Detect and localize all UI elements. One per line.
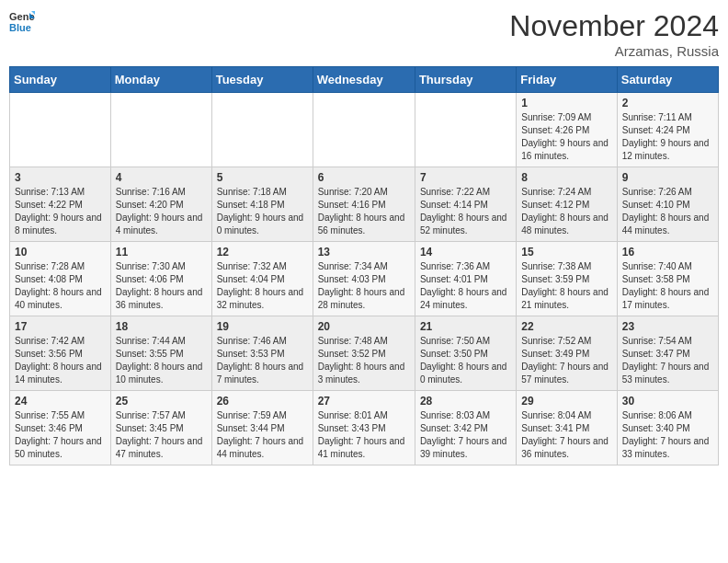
day-number: 26 bbox=[217, 395, 308, 408]
day-info: Sunrise: 7:32 AM Sunset: 4:04 PM Dayligh… bbox=[217, 260, 308, 312]
logo-icon: General Blue bbox=[9, 9, 35, 35]
day-number: 13 bbox=[318, 246, 410, 259]
location: Arzamas, Russia bbox=[509, 43, 719, 59]
day-number: 8 bbox=[521, 171, 611, 184]
day-cell: 21Sunrise: 7:50 AM Sunset: 3:50 PM Dayli… bbox=[415, 316, 516, 391]
day-info: Sunrise: 7:09 AM Sunset: 4:26 PM Dayligh… bbox=[521, 111, 611, 163]
day-info: Sunrise: 7:20 AM Sunset: 4:16 PM Dayligh… bbox=[318, 186, 410, 237]
day-header-tuesday: Tuesday bbox=[211, 67, 313, 93]
week-row-2: 3Sunrise: 7:13 AM Sunset: 4:22 PM Daylig… bbox=[10, 167, 719, 242]
day-info: Sunrise: 7:54 AM Sunset: 3:47 PM Dayligh… bbox=[622, 335, 713, 386]
title-block: November 2024 Arzamas, Russia bbox=[509, 9, 719, 59]
day-cell: 4Sunrise: 7:16 AM Sunset: 4:20 PM Daylig… bbox=[110, 167, 211, 242]
day-number: 11 bbox=[116, 246, 207, 259]
day-info: Sunrise: 8:01 AM Sunset: 3:43 PM Dayligh… bbox=[318, 409, 410, 461]
day-cell: 23Sunrise: 7:54 AM Sunset: 3:47 PM Dayli… bbox=[617, 316, 718, 391]
day-cell: 29Sunrise: 8:04 AM Sunset: 3:41 PM Dayli… bbox=[517, 391, 617, 465]
day-number: 24 bbox=[15, 395, 106, 408]
day-info: Sunrise: 7:34 AM Sunset: 4:03 PM Dayligh… bbox=[318, 260, 410, 312]
day-info: Sunrise: 7:38 AM Sunset: 3:59 PM Dayligh… bbox=[521, 260, 611, 312]
day-number: 3 bbox=[15, 171, 106, 184]
day-header-monday: Monday bbox=[110, 67, 211, 93]
week-row-1: 1Sunrise: 7:09 AM Sunset: 4:26 PM Daylig… bbox=[10, 93, 719, 167]
logo: General Blue bbox=[9, 9, 35, 35]
day-cell: 22Sunrise: 7:52 AM Sunset: 3:49 PM Dayli… bbox=[517, 316, 617, 391]
day-info: Sunrise: 7:13 AM Sunset: 4:22 PM Dayligh… bbox=[15, 186, 106, 237]
day-cell: 26Sunrise: 7:59 AM Sunset: 3:44 PM Dayli… bbox=[211, 391, 313, 465]
day-number: 15 bbox=[521, 246, 611, 259]
month-title: November 2024 bbox=[509, 9, 719, 43]
day-info: Sunrise: 8:06 AM Sunset: 3:40 PM Dayligh… bbox=[622, 409, 713, 461]
day-info: Sunrise: 7:46 AM Sunset: 3:53 PM Dayligh… bbox=[217, 335, 308, 386]
day-cell: 20Sunrise: 7:48 AM Sunset: 3:52 PM Dayli… bbox=[313, 316, 415, 391]
calendar-header-row: SundayMondayTuesdayWednesdayThursdayFrid… bbox=[10, 67, 719, 93]
day-number: 19 bbox=[217, 320, 308, 333]
day-number: 28 bbox=[420, 395, 511, 408]
day-cell bbox=[110, 93, 211, 167]
day-cell: 9Sunrise: 7:26 AM Sunset: 4:10 PM Daylig… bbox=[617, 167, 718, 242]
day-number: 27 bbox=[318, 395, 410, 408]
day-header-saturday: Saturday bbox=[617, 67, 718, 93]
day-info: Sunrise: 8:04 AM Sunset: 3:41 PM Dayligh… bbox=[521, 409, 611, 461]
day-number: 12 bbox=[217, 246, 308, 259]
day-info: Sunrise: 7:36 AM Sunset: 4:01 PM Dayligh… bbox=[420, 260, 511, 312]
day-cell: 7Sunrise: 7:22 AM Sunset: 4:14 PM Daylig… bbox=[415, 167, 516, 242]
day-cell bbox=[10, 93, 111, 167]
calendar-table: SundayMondayTuesdayWednesdayThursdayFrid… bbox=[9, 66, 719, 465]
day-cell: 18Sunrise: 7:44 AM Sunset: 3:55 PM Dayli… bbox=[110, 316, 211, 391]
day-cell: 6Sunrise: 7:20 AM Sunset: 4:16 PM Daylig… bbox=[313, 167, 415, 242]
day-info: Sunrise: 7:24 AM Sunset: 4:12 PM Dayligh… bbox=[521, 186, 611, 237]
day-cell: 1Sunrise: 7:09 AM Sunset: 4:26 PM Daylig… bbox=[517, 93, 617, 167]
day-cell: 10Sunrise: 7:28 AM Sunset: 4:08 PM Dayli… bbox=[10, 242, 111, 316]
day-header-wednesday: Wednesday bbox=[313, 67, 415, 93]
day-info: Sunrise: 7:18 AM Sunset: 4:18 PM Dayligh… bbox=[217, 186, 308, 237]
day-info: Sunrise: 7:30 AM Sunset: 4:06 PM Dayligh… bbox=[116, 260, 207, 312]
week-row-4: 17Sunrise: 7:42 AM Sunset: 3:56 PM Dayli… bbox=[10, 316, 719, 391]
day-info: Sunrise: 8:03 AM Sunset: 3:42 PM Dayligh… bbox=[420, 409, 511, 461]
day-cell: 16Sunrise: 7:40 AM Sunset: 3:58 PM Dayli… bbox=[617, 242, 718, 316]
day-number: 23 bbox=[622, 320, 713, 333]
day-cell: 15Sunrise: 7:38 AM Sunset: 3:59 PM Dayli… bbox=[517, 242, 617, 316]
day-number: 20 bbox=[318, 320, 410, 333]
day-info: Sunrise: 7:57 AM Sunset: 3:45 PM Dayligh… bbox=[116, 409, 207, 461]
day-cell: 30Sunrise: 8:06 AM Sunset: 3:40 PM Dayli… bbox=[617, 391, 718, 465]
day-cell: 28Sunrise: 8:03 AM Sunset: 3:42 PM Dayli… bbox=[415, 391, 516, 465]
day-cell: 14Sunrise: 7:36 AM Sunset: 4:01 PM Dayli… bbox=[415, 242, 516, 316]
day-cell: 24Sunrise: 7:55 AM Sunset: 3:46 PM Dayli… bbox=[10, 391, 111, 465]
day-info: Sunrise: 7:50 AM Sunset: 3:50 PM Dayligh… bbox=[420, 335, 511, 386]
svg-text:Blue: Blue bbox=[9, 22, 31, 33]
day-info: Sunrise: 7:28 AM Sunset: 4:08 PM Dayligh… bbox=[15, 260, 106, 312]
day-info: Sunrise: 7:44 AM Sunset: 3:55 PM Dayligh… bbox=[116, 335, 207, 386]
day-number: 5 bbox=[217, 171, 308, 184]
day-cell: 5Sunrise: 7:18 AM Sunset: 4:18 PM Daylig… bbox=[211, 167, 313, 242]
day-cell: 8Sunrise: 7:24 AM Sunset: 4:12 PM Daylig… bbox=[517, 167, 617, 242]
day-info: Sunrise: 7:11 AM Sunset: 4:24 PM Dayligh… bbox=[622, 111, 713, 163]
day-cell: 12Sunrise: 7:32 AM Sunset: 4:04 PM Dayli… bbox=[211, 242, 313, 316]
day-number: 6 bbox=[318, 171, 410, 184]
day-cell bbox=[415, 93, 516, 167]
day-info: Sunrise: 7:55 AM Sunset: 3:46 PM Dayligh… bbox=[15, 409, 106, 461]
day-number: 30 bbox=[622, 395, 713, 408]
day-number: 29 bbox=[521, 395, 611, 408]
week-row-5: 24Sunrise: 7:55 AM Sunset: 3:46 PM Dayli… bbox=[10, 391, 719, 465]
day-number: 18 bbox=[116, 320, 207, 333]
day-cell: 17Sunrise: 7:42 AM Sunset: 3:56 PM Dayli… bbox=[10, 316, 111, 391]
day-number: 10 bbox=[15, 246, 106, 259]
day-info: Sunrise: 7:42 AM Sunset: 3:56 PM Dayligh… bbox=[15, 335, 106, 386]
day-info: Sunrise: 7:52 AM Sunset: 3:49 PM Dayligh… bbox=[521, 335, 611, 386]
day-number: 2 bbox=[622, 97, 713, 109]
day-header-thursday: Thursday bbox=[415, 67, 516, 93]
day-number: 25 bbox=[116, 395, 207, 408]
day-cell: 2Sunrise: 7:11 AM Sunset: 4:24 PM Daylig… bbox=[617, 93, 718, 167]
day-number: 21 bbox=[420, 320, 511, 333]
day-number: 1 bbox=[521, 97, 611, 109]
day-cell: 27Sunrise: 8:01 AM Sunset: 3:43 PM Dayli… bbox=[313, 391, 415, 465]
day-cell: 19Sunrise: 7:46 AM Sunset: 3:53 PM Dayli… bbox=[211, 316, 313, 391]
day-info: Sunrise: 7:26 AM Sunset: 4:10 PM Dayligh… bbox=[622, 186, 713, 237]
day-header-friday: Friday bbox=[517, 67, 617, 93]
day-cell: 25Sunrise: 7:57 AM Sunset: 3:45 PM Dayli… bbox=[110, 391, 211, 465]
day-cell bbox=[313, 93, 415, 167]
page-header: General Blue November 2024 Arzamas, Russ… bbox=[9, 9, 719, 59]
day-cell: 3Sunrise: 7:13 AM Sunset: 4:22 PM Daylig… bbox=[10, 167, 111, 242]
day-number: 16 bbox=[622, 246, 713, 259]
